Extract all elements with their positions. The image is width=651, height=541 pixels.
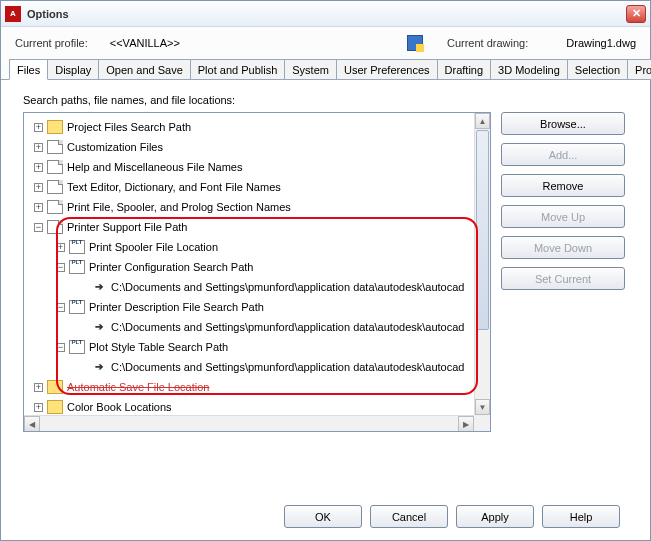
profile-row: Current profile: <<VANILLA>> Current dra… <box>1 27 650 55</box>
dialog-buttons: OK Cancel Apply Help <box>23 487 636 540</box>
tree-item[interactable]: −PLTPlot Style Table Search Path <box>26 337 488 357</box>
tree-item[interactable]: −PLTPrinter Description File Search Path <box>26 297 488 317</box>
tabs-row: Files Display Open and Save Plot and Pub… <box>1 59 650 80</box>
current-profile-label: Current profile: <box>15 37 88 49</box>
tab-3d-modeling[interactable]: 3D Modeling <box>490 59 568 80</box>
tab-open-and-save[interactable]: Open and Save <box>98 59 190 80</box>
arrow-icon: ➔ <box>91 320 107 334</box>
window-title: Options <box>27 8 69 20</box>
collapse-icon[interactable]: − <box>56 263 65 272</box>
side-button-column: Browse... Add... Remove Move Up Move Dow… <box>501 112 625 487</box>
file-icon <box>47 160 63 174</box>
expand-icon[interactable]: + <box>34 403 43 412</box>
tree-path[interactable]: ➔C:\Documents and Settings\pmunford\appl… <box>26 277 488 297</box>
panel-heading: Search paths, file names, and file locat… <box>23 94 636 106</box>
tab-selection[interactable]: Selection <box>567 59 628 80</box>
plt-icon: PLT <box>69 260 85 274</box>
current-profile-value: <<VANILLA>> <box>110 37 180 49</box>
folder-icon <box>47 120 63 134</box>
tree-item[interactable]: +Project Files Search Path <box>26 117 488 137</box>
expand-icon[interactable]: + <box>34 203 43 212</box>
arrow-icon: ➔ <box>91 360 107 374</box>
files-panel: Search paths, file names, and file locat… <box>1 80 650 540</box>
collapse-icon[interactable]: − <box>56 303 65 312</box>
expand-icon[interactable]: + <box>34 163 43 172</box>
expand-icon[interactable]: + <box>34 183 43 192</box>
options-window: A Options ✕ Current profile: <<VANILLA>>… <box>0 0 651 541</box>
collapse-icon[interactable]: − <box>34 223 43 232</box>
tab-system[interactable]: System <box>284 59 337 80</box>
remove-button[interactable]: Remove <box>501 174 625 197</box>
tree-item[interactable]: +Help and Miscellaneous File Names <box>26 157 488 177</box>
expand-icon[interactable]: + <box>34 383 43 392</box>
arrow-icon: ➔ <box>91 280 107 294</box>
tree-item[interactable]: +Customization Files <box>26 137 488 157</box>
scroll-left-icon[interactable]: ◀ <box>24 416 40 432</box>
move-down-button[interactable]: Move Down <box>501 236 625 259</box>
tree-item[interactable]: +Automatic Save File Location <box>26 377 488 397</box>
folder-icon <box>47 400 63 414</box>
tree-item-printer-support[interactable]: −Printer Support File Path <box>26 217 488 237</box>
file-icon <box>47 200 63 214</box>
drawing-icon <box>407 35 423 51</box>
titlebar: A Options ✕ <box>1 1 650 27</box>
tab-drafting[interactable]: Drafting <box>437 59 492 80</box>
file-icon <box>47 180 63 194</box>
tree-path[interactable]: ➔C:\Documents and Settings\pmunford\appl… <box>26 357 488 377</box>
current-drawing-label: Current drawing: <box>447 37 528 49</box>
plt-icon: PLT <box>69 340 85 354</box>
add-button[interactable]: Add... <box>501 143 625 166</box>
scroll-thumb[interactable] <box>476 130 489 330</box>
apply-button[interactable]: Apply <box>456 505 534 528</box>
tree-item[interactable]: +Text Editor, Dictionary, and Font File … <box>26 177 488 197</box>
cancel-button[interactable]: Cancel <box>370 505 448 528</box>
browse-button[interactable]: Browse... <box>501 112 625 135</box>
tab-files[interactable]: Files <box>9 59 48 80</box>
tree-item[interactable]: +PLTPrint Spooler File Location <box>26 237 488 257</box>
tab-display[interactable]: Display <box>47 59 99 80</box>
tree-path[interactable]: ➔C:\Documents and Settings\pmunford\appl… <box>26 317 488 337</box>
scroll-right-icon[interactable]: ▶ <box>458 416 474 432</box>
app-icon: A <box>5 6 21 22</box>
scrollbar-horizontal[interactable]: ◀ ▶ <box>24 415 474 431</box>
tree-item[interactable]: −PLTPrinter Configuration Search Path <box>26 257 488 277</box>
tree-item[interactable]: +Color Book Locations <box>26 397 488 417</box>
current-drawing-value: Drawing1.dwg <box>566 37 636 49</box>
scroll-down-icon[interactable]: ▼ <box>475 399 490 415</box>
collapse-icon[interactable]: − <box>56 343 65 352</box>
file-icon <box>47 220 63 234</box>
file-icon <box>47 140 63 154</box>
scrollbar-vertical[interactable]: ▲ ▼ <box>474 113 490 415</box>
plt-icon: PLT <box>69 300 85 314</box>
expand-icon[interactable]: + <box>56 243 65 252</box>
help-button[interactable]: Help <box>542 505 620 528</box>
set-current-button[interactable]: Set Current <box>501 267 625 290</box>
folder-icon <box>47 380 63 394</box>
tab-user-preferences[interactable]: User Preferences <box>336 59 438 80</box>
close-button[interactable]: ✕ <box>626 5 646 23</box>
move-up-button[interactable]: Move Up <box>501 205 625 228</box>
tab-profiles[interactable]: Profiles <box>627 59 651 80</box>
tree-view[interactable]: +Project Files Search Path +Customizatio… <box>23 112 491 432</box>
tab-plot-and-publish[interactable]: Plot and Publish <box>190 59 286 80</box>
expand-icon[interactable]: + <box>34 143 43 152</box>
scroll-up-icon[interactable]: ▲ <box>475 113 490 129</box>
ok-button[interactable]: OK <box>284 505 362 528</box>
tree-item[interactable]: +Print File, Spooler, and Prolog Section… <box>26 197 488 217</box>
expand-icon[interactable]: + <box>34 123 43 132</box>
scroll-corner <box>474 415 490 431</box>
